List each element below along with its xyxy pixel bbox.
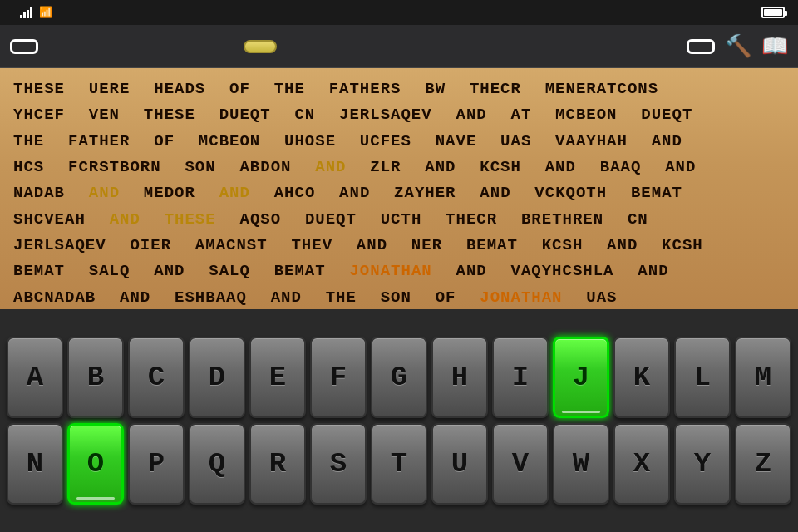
wifi-icon: 📶 (39, 6, 52, 19)
key-j[interactable]: J (553, 337, 609, 418)
difficulty-button[interactable] (244, 40, 277, 53)
undo-button[interactable] (687, 39, 715, 54)
key-q[interactable]: Q (189, 423, 245, 505)
word-text: THESE UERE HEADS OF THE FATHERS BW THECR… (13, 76, 785, 309)
key-k[interactable]: K (613, 337, 670, 418)
key-s[interactable]: S (310, 423, 367, 505)
keyboard-area: ABCDEFGHIJKLM NOPQRSTUVWXYZ (0, 309, 798, 532)
key-h[interactable]: H (431, 337, 488, 418)
key-b[interactable]: B (67, 337, 124, 418)
key-f[interactable]: F (310, 337, 367, 418)
key-l[interactable]: L (674, 337, 731, 418)
keyboard-row-2: NOPQRSTUVWXYZ (7, 423, 791, 505)
key-n[interactable]: N (7, 423, 63, 505)
bible-icon[interactable]: 📖 (761, 33, 788, 60)
toolbar: 🔨 📖 (0, 25, 798, 68)
signal-icon (20, 7, 32, 18)
hammer-icon[interactable]: 🔨 (725, 33, 751, 60)
battery-icon (761, 7, 785, 18)
key-a[interactable]: A (7, 337, 63, 418)
keyboard-row-1: ABCDEFGHIJKLM (7, 337, 791, 418)
key-i[interactable]: I (492, 337, 549, 418)
key-v[interactable]: V (492, 423, 549, 505)
key-w[interactable]: W (553, 423, 609, 505)
word-area: THESE UERE HEADS OF THE FATHERS BW THECR… (0, 68, 798, 309)
key-g[interactable]: G (371, 337, 427, 418)
hint-button[interactable] (10, 39, 38, 54)
key-x[interactable]: X (613, 423, 670, 505)
key-e[interactable]: E (249, 337, 306, 418)
key-u[interactable]: U (431, 423, 488, 505)
key-t[interactable]: T (371, 423, 427, 505)
status-right (761, 7, 785, 18)
status-bar: 📶 (0, 0, 798, 25)
key-p[interactable]: P (128, 423, 185, 505)
toolbar-right: 🔨 📖 (687, 33, 788, 60)
key-m[interactable]: M (735, 337, 791, 418)
status-left: 📶 (13, 6, 52, 19)
key-y[interactable]: Y (674, 423, 731, 505)
key-z[interactable]: Z (735, 423, 791, 505)
key-o[interactable]: O (67, 423, 124, 505)
key-d[interactable]: D (189, 337, 245, 418)
key-c[interactable]: C (128, 337, 185, 418)
key-r[interactable]: R (249, 423, 306, 505)
